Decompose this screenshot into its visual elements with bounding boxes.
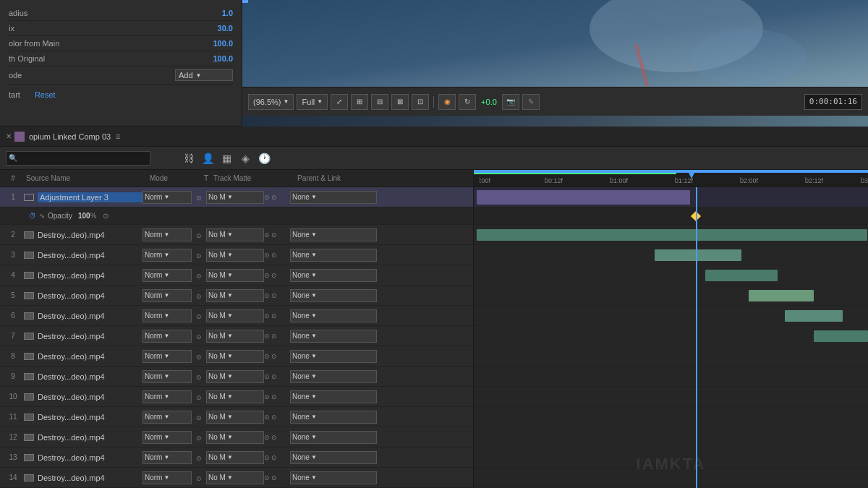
grid-icon[interactable]: ⊟ — [371, 94, 388, 110]
start-button[interactable]: tart — [9, 90, 20, 99]
layer-row[interactable]: 1 Adjustment Layer 3 Norm▼ ⊙ — [0, 187, 473, 207]
refresh-icon[interactable]: ↻ — [459, 94, 476, 110]
mode-dropdown[interactable]: Norm▼ — [142, 191, 192, 204]
layer-name[interactable]: Destroy...deo).mp4 — [38, 231, 142, 239]
layer-name[interactable]: Destroy...deo).mp4 — [38, 393, 142, 401]
track-dropdown[interactable]: No M▼ — [206, 269, 264, 282]
radius-value[interactable]: 1.0 — [222, 9, 233, 17]
parent-dropdown[interactable]: None▼ — [290, 431, 377, 444]
layer-row[interactable]: 13 Destroy...deo).mp4 Norm▼ ⊙ No M▼ ⊙⊙ N… — [0, 448, 473, 468]
layer-row[interactable]: 6 Destroy...deo).mp4 Norm▼ ⊙ No M▼ ⊙⊙ No… — [0, 306, 473, 326]
tab-menu-icon[interactable]: ≡ — [115, 132, 120, 142]
parent-dropdown[interactable]: None▼ — [290, 411, 377, 424]
layer-row[interactable]: 4 Destroy...deo).mp4 Norm▼ ⊙ No M▼ ⊙⊙ No… — [0, 265, 473, 286]
track-dropdown[interactable]: No M▼ — [206, 330, 264, 343]
playhead-head[interactable] — [692, 170, 700, 179]
layer-name[interactable]: Destroy...deo).mp4 — [38, 352, 142, 361]
visibility-icon[interactable] — [23, 330, 35, 342]
video-layer-bar[interactable] — [785, 310, 843, 322]
zoom-dropdown[interactable]: (96.5%) ▼ — [248, 94, 294, 110]
layer-name[interactable]: Destroy...deo).mp4 — [38, 474, 142, 482]
visibility-icon[interactable] — [23, 411, 35, 423]
visibility-icon[interactable] — [23, 371, 35, 382]
parent-dropdown[interactable]: None▼ — [290, 390, 377, 403]
mode-dropdown[interactable]: Norm▼ — [142, 370, 192, 383]
track-dropdown[interactable]: No M▼ — [206, 228, 264, 241]
track-dropdown[interactable]: No M▼ — [206, 471, 264, 484]
layer-row[interactable]: 3 Destroy...deo).mp4 Norm▼ ⊙ No M▼ ⊙⊙ No… — [0, 245, 473, 265]
parent-dropdown[interactable]: None▼ — [290, 370, 377, 383]
layer-name[interactable]: Destroy...deo).mp4 — [38, 413, 142, 421]
clock-icon[interactable]: 🕐 — [255, 150, 273, 167]
mode-dropdown[interactable]: Norm▼ — [142, 269, 192, 282]
layer-name[interactable]: Adjustment Layer 3 — [38, 192, 142, 202]
layer-row[interactable]: 8 Destroy...deo).mp4 Norm▼ ⊙ No M▼ ⊙⊙ No… — [0, 346, 473, 367]
layer-name[interactable]: Destroy...deo).mp4 — [38, 312, 142, 320]
mode-dropdown[interactable]: Norm▼ — [142, 411, 192, 424]
expand-icon[interactable]: ⤢ — [331, 94, 348, 110]
stopwatch-icon[interactable]: ⏱ — [29, 212, 36, 220]
layer-name[interactable]: Destroy...deo).mp4 — [38, 433, 142, 442]
video-layer-bar[interactable] — [814, 330, 868, 342]
parent-dropdown[interactable]: None▼ — [290, 451, 377, 464]
layer-name[interactable]: Destroy...deo).mp4 — [38, 271, 142, 280]
parent-icon[interactable]: 👤 — [199, 150, 216, 167]
layer-row[interactable]: 14 Destroy...deo).mp4 Norm▼ ⊙ No M▼ ⊙⊙ N… — [0, 468, 473, 488]
video-layer-bar[interactable] — [749, 290, 814, 301]
visibility-icon[interactable] — [23, 290, 35, 301]
track-dropdown[interactable]: No M▼ — [206, 451, 264, 464]
color-value[interactable]: 100.0 — [213, 39, 233, 48]
parent-dropdown[interactable]: None▼ — [290, 309, 377, 322]
mode-dropdown[interactable]: Norm▼ — [142, 309, 192, 322]
mode-dropdown[interactable]: Norm▼ — [142, 330, 192, 343]
layer-name[interactable]: Destroy...deo).mp4 — [38, 291, 142, 300]
parent-dropdown[interactable]: None▼ — [290, 350, 377, 363]
link-icon[interactable]: ⛓ — [180, 150, 197, 167]
track-dropdown[interactable]: No M▼ — [206, 309, 264, 322]
layer-row[interactable]: 7 Destroy...deo).mp4 Norm▼ ⊙ No M▼ ⊙⊙ No… — [0, 326, 473, 346]
layer-name[interactable]: Destroy...deo).mp4 — [38, 453, 142, 462]
opacity-value[interactable]: 100 — [78, 212, 90, 220]
parent-dropdown[interactable]: None▼ — [290, 330, 377, 343]
parent-dropdown[interactable]: None▼ — [290, 191, 377, 204]
track-dropdown[interactable]: No M▼ — [206, 411, 264, 424]
adjustment-layer-bar[interactable] — [477, 190, 690, 205]
tab-close-button[interactable]: ✕ — [6, 132, 12, 140]
visibility-icon[interactable] — [23, 192, 35, 203]
visibility-icon[interactable] — [23, 310, 35, 322]
mode-dropdown[interactable]: Norm▼ — [142, 431, 192, 444]
layer-name[interactable]: Destroy...deo).mp4 — [38, 251, 142, 260]
parent-dropdown[interactable]: None▼ — [290, 269, 377, 282]
mode-dropdown[interactable]: Norm▼ — [142, 289, 192, 302]
visibility-icon[interactable] — [23, 472, 35, 484]
mode-dropdown[interactable]: Norm▼ — [142, 471, 192, 484]
camera-icon[interactable]: 📷 — [502, 94, 519, 110]
visibility-icon[interactable] — [23, 270, 35, 281]
mode-dropdown[interactable]: Add ▼ — [175, 69, 233, 81]
video-layer-bar[interactable] — [705, 270, 778, 281]
expand-icon[interactable]: ∿ — [39, 212, 45, 220]
parent-dropdown[interactable]: None▼ — [290, 228, 377, 241]
visibility-icon[interactable] — [23, 432, 35, 443]
track-dropdown[interactable]: No M▼ — [206, 431, 264, 444]
toggle-icon[interactable]: ⊡ — [412, 94, 429, 110]
search-input[interactable] — [6, 151, 150, 166]
visibility-icon[interactable] — [23, 351, 35, 362]
track-dropdown[interactable]: No M▼ — [206, 289, 264, 302]
video-layer-bar[interactable] — [477, 229, 867, 241]
track-dropdown[interactable]: No M▼ — [206, 191, 264, 204]
layer-row[interactable]: 11 Destroy...deo).mp4 Norm▼ ⊙ No M▼ ⊙⊙ N… — [0, 407, 473, 427]
mode-dropdown[interactable]: Norm▼ — [142, 249, 192, 262]
visibility-icon[interactable] — [23, 391, 35, 403]
safe-zones-icon[interactable]: ⊠ — [391, 94, 409, 110]
keyframe-icon[interactable]: ◈ — [237, 150, 254, 167]
columns-icon[interactable]: ▦ — [218, 150, 235, 167]
mode-dropdown[interactable]: Norm▼ — [142, 228, 192, 241]
edit-icon[interactable]: ✎ — [522, 94, 540, 110]
quality-dropdown[interactable]: Full ▼ — [297, 94, 328, 110]
track-dropdown[interactable]: No M▼ — [206, 249, 264, 262]
reset-button[interactable]: Reset — [35, 90, 56, 99]
mode-dropdown[interactable]: Norm▼ — [142, 390, 192, 403]
layer-name[interactable]: Destroy...deo).mp4 — [38, 332, 142, 341]
layer-row[interactable]: 10 Destroy...deo).mp4 Norm▼ ⊙ No M▼ ⊙⊙ N… — [0, 387, 473, 407]
